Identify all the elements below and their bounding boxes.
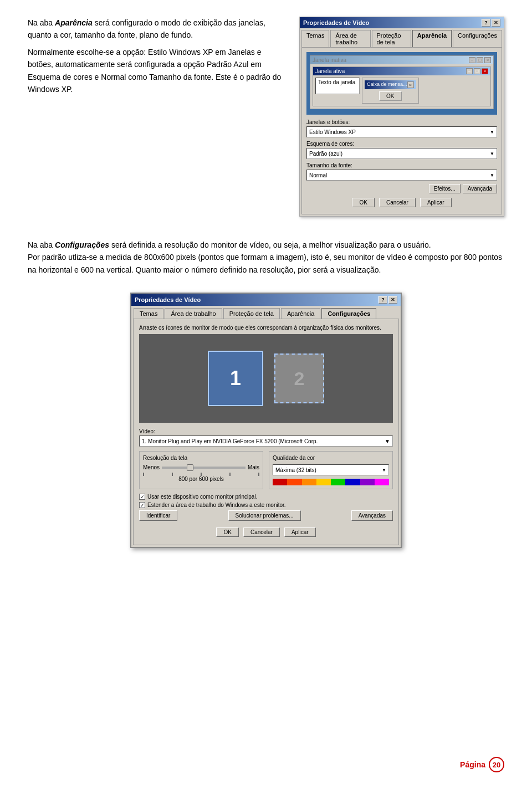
bottom-btn-row: Identificar Solucionar problemas... Avan… xyxy=(139,510,393,521)
active-window-preview: Janela ativa − □ × Texto da j xyxy=(313,66,491,106)
help-button[interactable]: ? xyxy=(482,19,490,27)
slider-thumb[interactable] xyxy=(187,464,193,471)
bottom-help-button[interactable]: ? xyxy=(378,296,387,304)
top-ok-button[interactable]: OK xyxy=(352,198,374,207)
tamanho-select[interactable]: Normal ▼ xyxy=(306,170,497,181)
cores-value: Padrão (azul) xyxy=(309,151,342,157)
active-window-body: Texto da janela Caixa de mensa... × OK xyxy=(313,75,490,106)
bottom-tab-configuracoes[interactable]: Configurações xyxy=(321,308,376,319)
janelas-select[interactable]: Estilo Windows XP ▼ xyxy=(306,126,497,137)
menos-label: Menos xyxy=(143,464,160,470)
quality-select[interactable]: Máxima (32 bits) ▼ xyxy=(273,464,389,475)
top-dialog-container: Propriedades de Vídeo ? ✕ Temas Área de … xyxy=(299,17,504,217)
arrange-text: Arraste os ícones de monitor de modo que… xyxy=(139,325,393,331)
advanced-button[interactable]: Avançadas xyxy=(351,510,393,521)
bottom-tab-temas[interactable]: Temas xyxy=(134,308,163,319)
avancada-button[interactable]: Avançada xyxy=(463,184,497,193)
video-select[interactable]: 1. Monitor Plug and Play em NVIDIA GeFor… xyxy=(139,436,393,447)
checkbox-2[interactable]: ✓ xyxy=(139,502,145,508)
cores-label: Esquema de cores: xyxy=(306,141,497,147)
configuracoes-bold: Configurações xyxy=(55,240,109,249)
checkbox-2-label: Estender a área de trabalho do Windows a… xyxy=(147,502,286,508)
bottom-tab-protecao[interactable]: Proteção de tela xyxy=(223,308,280,319)
top-text-block: Na aba Aparência será configurado o modo… xyxy=(28,17,283,217)
bottom-cancel-button[interactable]: Cancelar xyxy=(243,527,280,537)
tab-aparencia[interactable]: Aparência xyxy=(412,30,452,47)
aparencia-bold: Aparência xyxy=(55,18,93,27)
tab-protecao[interactable]: Proteção de tela xyxy=(372,30,411,47)
color-seg-blue xyxy=(345,479,360,485)
top-apply-button[interactable]: Aplicar xyxy=(420,198,452,207)
effects-btn-row: Efeitos... Avançada xyxy=(306,184,497,193)
identify-button[interactable]: Identificar xyxy=(139,510,177,521)
pagina-label: Página xyxy=(460,760,485,769)
top-para1-prefix: Na aba xyxy=(28,18,55,27)
tab-temas[interactable]: Temas xyxy=(301,30,329,47)
top-para2: Normalmente escolhe-se a opção: Estilo W… xyxy=(28,46,283,96)
tab-configuracoes[interactable]: Configurações xyxy=(453,30,502,47)
janelas-arrow-icon: ▼ xyxy=(490,130,494,135)
cores-arrow-icon: ▼ xyxy=(490,151,494,156)
page-number: 20 xyxy=(489,757,504,772)
msgbox-close-btn: × xyxy=(407,81,414,88)
color-seg-red xyxy=(273,479,287,485)
top-win-dialog: Propriedades de Vídeo ? ✕ Temas Área de … xyxy=(299,17,504,217)
text-area-demo: Texto da janela xyxy=(315,78,360,94)
video-arrow-icon: ▼ xyxy=(385,438,390,444)
tamanho-label: Tamanho da fonte: xyxy=(306,162,497,168)
res-value-label: 800 por 600 pixels xyxy=(143,476,259,482)
checkbox-row-1: ✓ Usar este dispositivo como monitor pri… xyxy=(139,494,393,500)
resolution-group: Resolução da tela Menos Mais xyxy=(139,451,263,489)
middle-section: Na aba Configurações será definida a res… xyxy=(28,239,504,276)
bottom-dialog-title: Propriedades de Vídeo xyxy=(135,296,201,303)
bottom-close-button[interactable]: ✕ xyxy=(388,296,397,304)
video-section: Vídeo: 1. Monitor Plug and Play em NVIDI… xyxy=(139,428,393,447)
top-cancel-button[interactable]: Cancelar xyxy=(379,198,416,207)
top-section: Na aba Aparência será configurado o modo… xyxy=(28,17,504,217)
tab-area-trabalho[interactable]: Área de trabalho xyxy=(330,30,370,47)
top-dialog-titlebar-buttons: ? ✕ xyxy=(482,19,500,27)
slider-dot-2 xyxy=(172,473,173,476)
monitor-2-box[interactable]: 2 xyxy=(274,353,324,403)
text-area-label: Texto da janela xyxy=(318,79,355,85)
bottom-titlebar-buttons: ? ✕ xyxy=(378,296,397,304)
inactive-close-btn: × xyxy=(484,57,491,63)
quality-value: Máxima (32 bits) xyxy=(275,467,316,473)
color-seg-purple xyxy=(360,479,375,485)
close-button[interactable]: ✕ xyxy=(492,19,500,27)
tamanho-value: Normal xyxy=(309,172,327,178)
slider-container: Menos Mais xyxy=(143,464,259,470)
inactive-max-btn: □ xyxy=(477,57,483,63)
bottom-tab-area[interactable]: Área de trabalho xyxy=(165,308,222,319)
quality-group-title: Qualidade da cor xyxy=(273,455,389,461)
efeitos-button[interactable]: Efeitos... xyxy=(429,184,461,193)
tamanho-form-row: Tamanho da fonte: Normal ▼ xyxy=(306,162,497,181)
middle-para1-prefix: Na aba xyxy=(28,240,55,249)
color-bar xyxy=(273,479,389,485)
resolution-group-title: Resolução da tela xyxy=(143,455,259,461)
msgbox-ok-button[interactable]: OK xyxy=(379,91,401,101)
bottom-form-row: Resolução da tela Menos Mais xyxy=(139,451,393,489)
active-min-btn: − xyxy=(466,68,473,74)
resolution-slider[interactable] xyxy=(162,467,245,469)
page-footer: Página 20 xyxy=(460,757,504,772)
bottom-win-dialog: Propriedades de Vídeo ? ✕ Temas Área de … xyxy=(130,293,402,548)
quality-group: Qualidade da cor Máxima (32 bits) ▼ xyxy=(269,451,393,489)
bottom-ok-button[interactable]: OK xyxy=(216,527,238,537)
cores-select[interactable]: Padrão (azul) ▼ xyxy=(306,148,497,159)
janelas-value: Estilo Windows XP xyxy=(309,129,356,135)
inactive-titlebar: Janela inativa − □ × xyxy=(310,56,493,64)
active-titlebar: Janela ativa − □ × xyxy=(313,67,490,75)
bottom-tab-aparencia[interactable]: Aparência xyxy=(281,308,321,319)
msgbox-titlebar: Caixa de mensa... × xyxy=(365,80,416,89)
active-window-label: Janela ativa xyxy=(315,68,345,74)
inactive-min-btn: − xyxy=(469,57,475,63)
checkbox-1[interactable]: ✓ xyxy=(139,494,145,500)
slider-dot-4 xyxy=(229,473,231,476)
monitor-1-box[interactable]: 1 xyxy=(208,351,263,406)
monitor-1-label: 1 xyxy=(230,367,241,390)
top-dialog-tabs: Temas Área de trabalho Proteção de tela … xyxy=(300,28,504,47)
monitor-preview: 1 2 xyxy=(139,334,393,423)
solve-button[interactable]: Solucionar problemas... xyxy=(228,510,301,521)
bottom-apply-button[interactable]: Aplicar xyxy=(284,527,316,537)
